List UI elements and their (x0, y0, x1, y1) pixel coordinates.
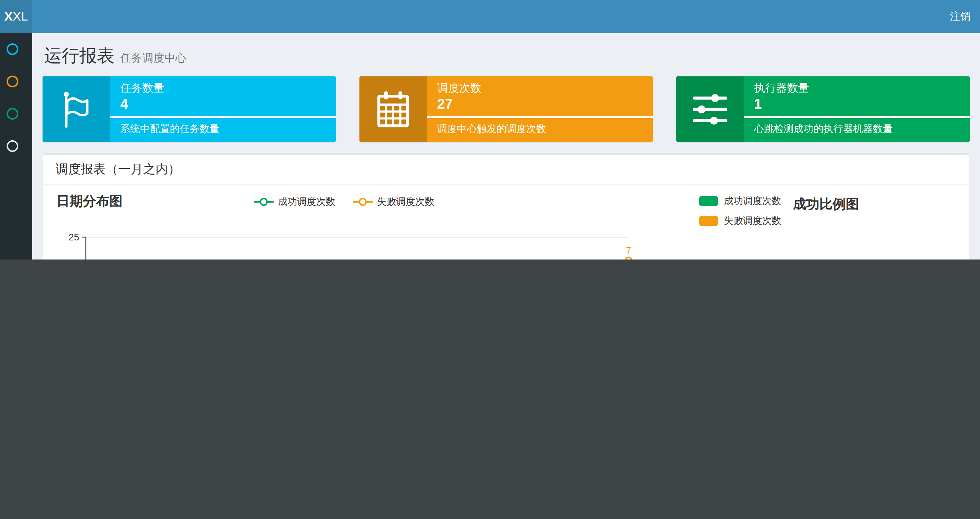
logo-text: XL (13, 9, 28, 24)
legend-item-fail[interactable]: 失败调度次数 (353, 195, 434, 209)
app-logo[interactable]: XXL (0, 0, 32, 33)
legend-item-success[interactable]: 成功调度次数 (254, 195, 335, 209)
sidebar-item-3[interactable] (0, 97, 32, 130)
swatch-icon (699, 196, 718, 206)
legend-item-fail[interactable]: 失败调度次数 (699, 214, 781, 228)
line-chart-title: 日期分布图 (56, 192, 123, 210)
schedule-report-panel: 调度报表（一月之内） 日期分布图 成功调度次数 失败调度次数 051015202… (43, 153, 970, 260)
sidebar-toggle-button[interactable] (41, 10, 54, 23)
top-navbar: XXL 注销 (0, 0, 980, 33)
page-header: 运行报表任务调度中心 (44, 44, 970, 66)
swatch-icon (699, 216, 718, 226)
stat-title: 任务数量 (120, 81, 164, 96)
stat-value: 27 (437, 96, 453, 112)
svg-text:7: 7 (626, 245, 631, 256)
page-title: 运行报表 (44, 46, 115, 65)
stat-card-jobs: 任务数量 4 系统中配置的任务数量 (43, 76, 336, 142)
stat-value: 4 (120, 96, 128, 112)
sidebar-item-2[interactable] (0, 65, 32, 97)
line-chart-legend: 成功调度次数 失败调度次数 (161, 195, 527, 209)
sidebar-item-4[interactable] (0, 130, 32, 162)
panel-title: 调度报表（一月之内） (43, 155, 969, 185)
sliders-icon (676, 76, 744, 142)
stat-title: 执行器数量 (754, 81, 809, 96)
stat-cards-row: 任务数量 4 系统中配置的任务数量 (43, 76, 970, 142)
logo-bold-text: X (5, 9, 13, 24)
flag-icon (43, 76, 110, 142)
stat-card-triggers: 调度次数 27 调度中心触发的调度次数 (360, 76, 653, 142)
pie-chart-title: 成功比例图 (793, 195, 859, 213)
circle-icon (6, 75, 18, 87)
stat-description: 调度中心触发的调度次数 (437, 123, 546, 136)
legend-item-success[interactable]: 成功调度次数 (699, 195, 781, 208)
stat-description: 心跳检测成功的执行器机器数量 (754, 123, 893, 136)
stat-card-executors: 执行器数量 1 心跳检测成功的执行器机器数量 (676, 76, 970, 142)
page-subtitle: 任务调度中心 (120, 51, 186, 64)
main-content: 运行报表任务调度中心 任务数量 4 系统中配置的任务数量 (32, 33, 980, 260)
dashboard-page: XXL 注销 运行报表任务调度中心 (0, 0, 980, 260)
stat-value: 1 (754, 96, 762, 112)
stat-description: 系统中配置的任务数量 (120, 123, 220, 136)
line-marker-icon (353, 197, 372, 207)
sidebar (0, 33, 32, 260)
date-distribution-chart: 05101520252017-05-022017-05-052017-05-08… (56, 217, 658, 260)
sidebar-item-1[interactable] (0, 33, 32, 65)
svg-text:25: 25 (68, 232, 79, 243)
divider (110, 116, 336, 118)
divider (427, 116, 653, 118)
circle-icon (6, 107, 18, 119)
pie-section: 成功调度次数 失败调度次数 成功比例图 成功调度次数失败调度次数 (636, 185, 966, 260)
calendar-icon (360, 76, 427, 142)
circle-icon (6, 140, 18, 152)
logout-link[interactable]: 注销 (950, 0, 970, 33)
success-ratio-pie-chart: 成功调度次数失败调度次数 (636, 228, 966, 260)
circle-icon (6, 43, 18, 55)
line-marker-icon (254, 197, 274, 207)
stat-title: 调度次数 (437, 81, 481, 96)
divider (744, 116, 970, 118)
